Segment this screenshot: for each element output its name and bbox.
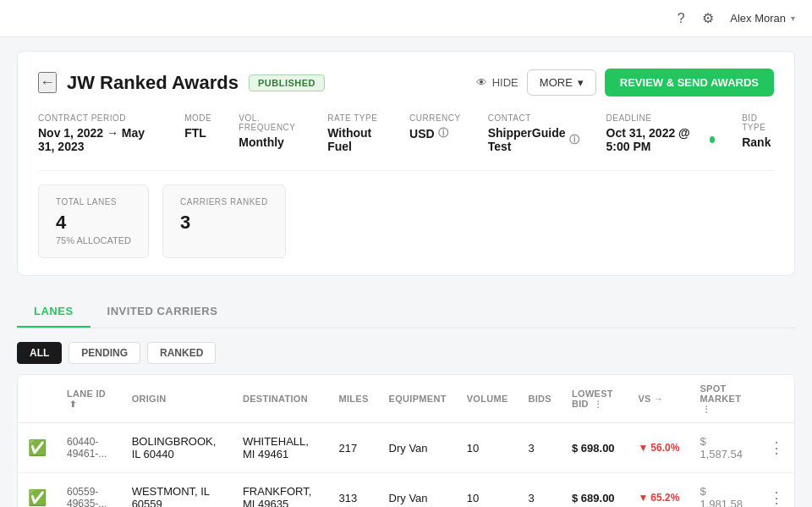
user-menu[interactable]: Alex Moran ▾ (730, 12, 795, 25)
page-header-card: ← JW Ranked Awards PUBLISHED 👁 HIDE MORE… (17, 51, 795, 276)
col-bids: BIDS (518, 375, 562, 423)
filter-row: ALL PENDING RANKED (17, 342, 795, 364)
back-button[interactable]: ← (38, 72, 57, 93)
tab-lanes[interactable]: LANES (17, 296, 91, 328)
row-volume: 10 (457, 473, 518, 508)
meta-rate-type: RATE TYPE Without Fuel (327, 113, 382, 153)
meta-contact: CONTACT ShipperGuide Test ⓘ (488, 113, 579, 153)
more-button[interactable]: MORE ▾ (527, 69, 596, 96)
row-miles: 217 (328, 423, 378, 473)
row-origin: WESTMONT, IL 60559 (122, 473, 233, 508)
ranked-icon: ✅ (28, 439, 47, 456)
row-bids: 3 (518, 473, 562, 508)
filter-pending[interactable]: PENDING (69, 342, 140, 364)
page-header-top: ← JW Ranked Awards PUBLISHED 👁 HIDE MORE… (38, 69, 774, 96)
vs-value: ▼ 65.2% (638, 492, 679, 504)
stats-row: TOTAL LANES 4 75% ALLOCATED CARRIERS RAN… (38, 170, 774, 258)
sort-icon: ⬆ (69, 400, 76, 409)
row-lowest-bid: $ 698.00 (562, 423, 628, 473)
table-row: ✅ 60440-49461-... BOLINGBROOK, IL 60440 … (18, 423, 794, 473)
filter-ranked[interactable]: RANKED (147, 342, 216, 364)
row-equipment: Dry Van (379, 473, 457, 508)
row-equipment: Dry Van (379, 423, 457, 473)
row-status-cell: ✅ (18, 473, 57, 508)
row-volume: 10 (457, 423, 518, 473)
row-actions-menu[interactable]: ⋮ (759, 473, 794, 508)
ranked-icon: ✅ (28, 489, 47, 506)
col-lane-id[interactable]: LANE ID ⬆ (57, 375, 122, 423)
vs-value: ▼ 56.0% (638, 442, 679, 454)
meta-currency: CURRENCY USD ⓘ (409, 113, 461, 141)
deadline-status-dot (710, 136, 715, 143)
stat-carriers-ranked: CARRIERS RANKED 3 (162, 185, 286, 258)
meta-vol-frequency: VOL. FREQUENCY Monthly (239, 113, 300, 149)
row-actions-menu[interactable]: ⋮ (759, 423, 794, 473)
top-navigation: ? ⚙ Alex Moran ▾ (0, 0, 812, 37)
row-status-cell: ✅ (18, 423, 57, 473)
meta-deadline: DEADLINE Oct 31, 2022 @ 5:00 PM (606, 113, 716, 153)
hide-button[interactable]: 👁 HIDE (476, 76, 518, 89)
col-menu (759, 375, 794, 423)
spot-market-sort-icon: ⋮ (702, 405, 710, 414)
table-header: LANE ID ⬆ ORIGIN DESTINATION MILES EQUIP… (18, 375, 794, 423)
tab-invited-carriers[interactable]: INVITED CARRIERS (91, 296, 235, 328)
user-name: Alex Moran (730, 12, 786, 25)
col-vs: VS → (628, 375, 689, 423)
meta-bid-type: BID TYPE Rank (742, 113, 774, 149)
published-badge: PUBLISHED (249, 74, 325, 91)
settings-icon[interactable]: ⚙ (700, 10, 716, 27)
col-origin: ORIGIN (122, 375, 233, 423)
lanes-table: LANE ID ⬆ ORIGIN DESTINATION MILES EQUIP… (17, 374, 795, 507)
lowest-bid-sort-icon: ⋮ (594, 400, 602, 409)
vs-arrow-down-icon: ▼ (638, 492, 648, 504)
row-miles: 313 (328, 473, 378, 508)
tabs: LANES INVITED CARRIERS (17, 296, 795, 328)
ellipsis-menu-icon[interactable]: ⋮ (769, 439, 784, 456)
row-vs: ▼ 65.2% (628, 473, 689, 508)
stat-total-lanes: TOTAL LANES 4 75% ALLOCATED (38, 185, 149, 258)
row-lane-id: 60440-49461-... (57, 423, 122, 473)
table-row: ✅ 60559-49635-... WESTMONT, IL 60559 FRA… (18, 473, 794, 508)
row-origin: BOLINGBROOK, IL 60440 (122, 423, 233, 473)
col-equipment: EQUIPMENT (379, 375, 457, 423)
row-bids: 3 (518, 423, 562, 473)
contact-info-icon[interactable]: ⓘ (569, 133, 579, 147)
tabs-section: LANES INVITED CARRIERS (17, 296, 795, 328)
header-actions: 👁 HIDE MORE ▾ REVIEW & SEND AWARDS (476, 69, 774, 96)
hide-icon: 👁 (476, 76, 487, 89)
col-volume: VOLUME (457, 375, 518, 423)
row-destination: WHITEHALL, MI 49461 (233, 423, 329, 473)
meta-row: CONTRACT PERIOD Nov 1, 2022 → May 31, 20… (38, 113, 774, 153)
row-spot-market: $ 1,587.54 (689, 423, 759, 473)
meta-contract-period: CONTRACT PERIOD Nov 1, 2022 → May 31, 20… (38, 113, 157, 153)
chevron-down-icon: ▾ (791, 14, 795, 23)
chevron-down-icon: ▾ (578, 76, 584, 89)
col-status (18, 375, 57, 423)
help-icon[interactable]: ? (672, 10, 689, 27)
col-lowest-bid[interactable]: LOWEST BID ⋮ (562, 375, 628, 423)
row-spot-market: $ 1,981.58 (689, 473, 759, 508)
table-body: ✅ 60440-49461-... BOLINGBROOK, IL 60440 … (18, 423, 794, 508)
filter-all[interactable]: ALL (17, 342, 62, 364)
row-lane-id: 60559-49635-... (57, 473, 122, 508)
meta-mode: MODE FTL (184, 113, 211, 140)
vs-arrow-down-icon: ▼ (638, 442, 648, 454)
page-title: JW Ranked Awards (67, 72, 239, 94)
row-vs: ▼ 56.0% (628, 423, 689, 473)
ellipsis-menu-icon[interactable]: ⋮ (769, 489, 784, 506)
review-send-button[interactable]: REVIEW & SEND AWARDS (605, 69, 774, 96)
col-miles: MILES (328, 375, 378, 423)
col-spot-market[interactable]: SPOT MARKET ⋮ (689, 375, 759, 423)
row-lowest-bid: $ 689.00 (562, 473, 628, 508)
col-destination: DESTINATION (233, 375, 329, 423)
currency-info-icon[interactable]: ⓘ (438, 126, 448, 141)
row-destination: FRANKFORT, MI 49635 (233, 473, 329, 508)
nav-icons: ? ⚙ (672, 10, 716, 27)
header-left: ← JW Ranked Awards PUBLISHED (38, 72, 325, 94)
